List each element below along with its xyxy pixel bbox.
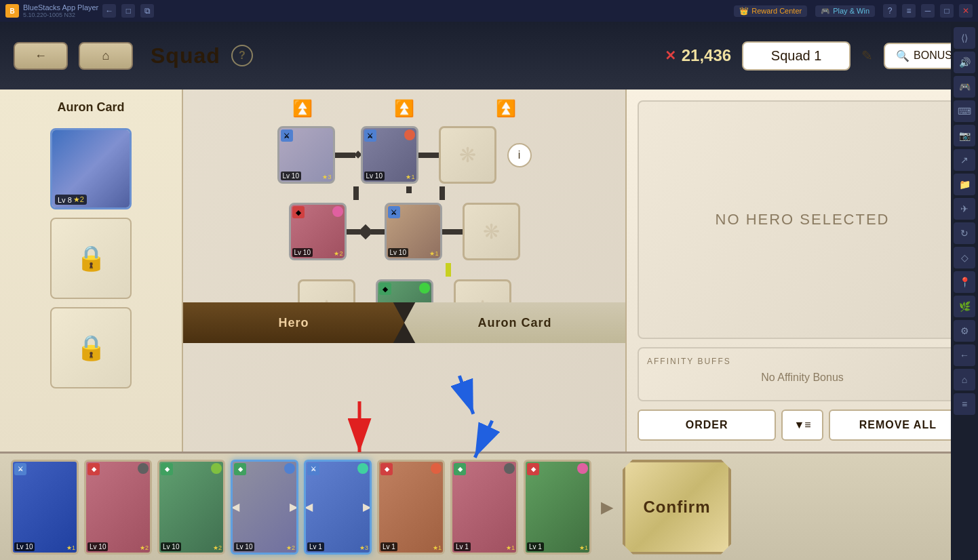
settings-btn[interactable]: ≡ [902, 4, 916, 18]
auron-card-portrait: Lv 8 ★2 [52, 130, 130, 207]
eco-icon[interactable]: 🌿 [954, 296, 975, 317]
hero-card-5[interactable]: ◀ ⚔ Lv 1 ★3 ▶ [304, 460, 372, 555]
hero-slot-2-1[interactable]: ◆ Lv 10 ★2 [289, 203, 347, 260]
top-nav: ← ⌂ Squad ? ✕ 21,436 Squad 1 ✎ 🔍 BONUS [0, 22, 978, 89]
hero-class-icon: ⚔ [307, 463, 319, 475]
home-icon[interactable]: ⌂ [954, 369, 975, 391]
hero-slot-2-2[interactable]: ⚔ Lv 10 ★1 [385, 203, 442, 260]
lock-icon-1: 🔒 [76, 244, 106, 273]
arrow-left-icon[interactable]: ← [954, 344, 975, 366]
hero-rank-badge [504, 463, 515, 474]
help-btn[interactable]: ? [883, 4, 897, 18]
maximize-btn[interactable]: □ [940, 4, 954, 18]
auron-level-badge: Lv 8 ★2 [55, 195, 87, 205]
screenshot-icon[interactable]: 📷 [954, 125, 975, 146]
rotate-icon[interactable]: ↻ [954, 222, 975, 244]
hero-card-6[interactable]: ◆ Lv 1 ★1 [377, 460, 445, 555]
hero-card-4[interactable]: ◀ ◆ Lv 10 ★2 ▶ [231, 460, 298, 555]
hero-class-icon: ◆ [87, 463, 100, 475]
folder-icon[interactable]: 📁 [954, 174, 975, 195]
content-area: Auron Card Lv 8 ★2 🔒 🔒 [0, 89, 978, 560]
selection-left-arrow: ◀ [305, 502, 313, 513]
hero-card-level: Lv 10 [234, 542, 254, 551]
keyboard-icon[interactable]: ⌨ [954, 100, 975, 122]
hero-card-2[interactable]: ◆ Lv 10 ★2 [84, 460, 152, 555]
gear-icon[interactable]: ⚙ [954, 320, 975, 342]
nav-windows-btn[interactable]: ⧉ [140, 4, 154, 18]
hero-slot-1-2[interactable]: ⚔ Lv 10 ★1 [361, 126, 418, 184]
hero-slot-1-1[interactable]: ⚔ Lv 10 ★3 [277, 126, 335, 184]
v-connector [439, 186, 445, 200]
hero-card-level: Lv 10 [87, 542, 108, 551]
hero-level: Lv 10 [388, 248, 408, 257]
hero-card-level: Lv 1 [454, 542, 471, 551]
hero-class-badge: ◆ [292, 206, 305, 218]
sound-icon[interactable]: 🔊 [954, 52, 975, 73]
info-button[interactable]: i [507, 143, 532, 167]
share-icon[interactable]: ↗ [954, 149, 975, 171]
hero-class-icon: ◆ [234, 463, 246, 475]
play-icon: 🎮 [821, 7, 830, 16]
hero-card-3[interactable]: ◆ Lv 10 ★2 [157, 460, 225, 555]
center-panel: ⏫ ⏫ ⏫ ⚔ Lv 10 ★3 [183, 89, 625, 452]
hero-class-icon: ◆ [161, 463, 173, 475]
reward-center-btn[interactable]: 👑 Reward Center [734, 5, 807, 17]
tab-hero[interactable]: Hero [183, 302, 404, 343]
title-bar: B BlueStacks App Player 5.10.220-1005 N3… [0, 0, 978, 22]
hero-card-stars: ★2 [286, 544, 295, 551]
hero-stars: ★1 [406, 174, 414, 180]
tab-auron[interactable]: Auron Card [404, 302, 625, 343]
hero-display-area: NO HERO SELECTED [638, 100, 967, 339]
lock-icon-2: 🔒 [76, 334, 106, 362]
location-icon[interactable]: 📍 [954, 271, 975, 293]
remove-all-button[interactable]: REMOVE ALL [829, 409, 967, 441]
hero-card-level: Lv 1 [307, 542, 324, 551]
currency-display: ✕ 21,436 [665, 46, 731, 65]
hero-card-stars: ★3 [359, 544, 368, 551]
nav-home-btn[interactable]: □ [121, 4, 135, 18]
order-button[interactable]: ORDER [638, 409, 776, 441]
auron-card-slot[interactable]: Lv 8 ★2 [50, 128, 132, 209]
play-win-btn[interactable]: 🎮 Play & Win [815, 5, 875, 17]
hero-rank-badge [431, 463, 442, 474]
hero-card-stars: ★1 [433, 544, 442, 551]
hero-class-badge: ⚔ [388, 206, 400, 218]
hero-class-icon: ⚔ [14, 463, 26, 475]
airplane-icon[interactable]: ✈ [954, 198, 975, 220]
volume-icon[interactable]: ≡ [954, 393, 975, 415]
hero-card-1[interactable]: ⚔ Lv 10 ★1 [11, 460, 79, 555]
v-connector-diamond-top [406, 186, 412, 193]
app-version: 5.10.220-1005 N32 [23, 12, 98, 18]
selection-right-arrow: ▶ [363, 502, 371, 513]
confirm-button[interactable]: Confirm [623, 460, 731, 555]
hero-card-stars: ★2 [140, 544, 149, 551]
hero-level: Lv 10 [364, 172, 385, 180]
hero-rank-badge [404, 129, 415, 140]
edit-button[interactable]: ✎ [861, 47, 873, 64]
hero-card-8[interactable]: ◆ Lv 1 ★1 [524, 460, 591, 555]
hero-slot-1-3[interactable]: ❋ [439, 126, 496, 184]
nav-back-btn[interactable]: ← [102, 4, 116, 18]
shake-icon[interactable]: ◇ [954, 247, 975, 268]
currency-amount: 21,436 [682, 46, 731, 65]
filter-button[interactable]: ▼≡ [781, 409, 823, 441]
slot-emblem: ❋ [483, 220, 500, 243]
gamepad-icon[interactable]: 🎮 [954, 76, 975, 98]
help-button[interactable]: ? [231, 45, 253, 66]
minimize-btn[interactable]: ─ [921, 4, 935, 18]
crown-icon: 👑 [739, 7, 749, 16]
hero-card-7[interactable]: ◆ Lv 1 ★1 [450, 460, 518, 555]
hero-class-badge: ⚔ [281, 129, 293, 142]
hero-stars: ★3 [322, 174, 331, 180]
close-btn[interactable]: ✕ [959, 4, 973, 18]
home-button[interactable]: ⌂ [79, 42, 133, 70]
scroll-right-arrow[interactable]: ▶ [597, 459, 617, 555]
back-button[interactable]: ← [14, 42, 68, 70]
squad-selector[interactable]: Squad 1 [742, 41, 850, 71]
hero-card-level: Lv 10 [14, 542, 35, 551]
expand-icon[interactable]: ⟨⟩ [954, 27, 975, 49]
auron-card-title: Auron Card [58, 100, 125, 115]
connector-h [442, 229, 463, 235]
app-logo: B [5, 4, 19, 18]
hero-slot-2-3[interactable]: ❋ [463, 203, 520, 260]
